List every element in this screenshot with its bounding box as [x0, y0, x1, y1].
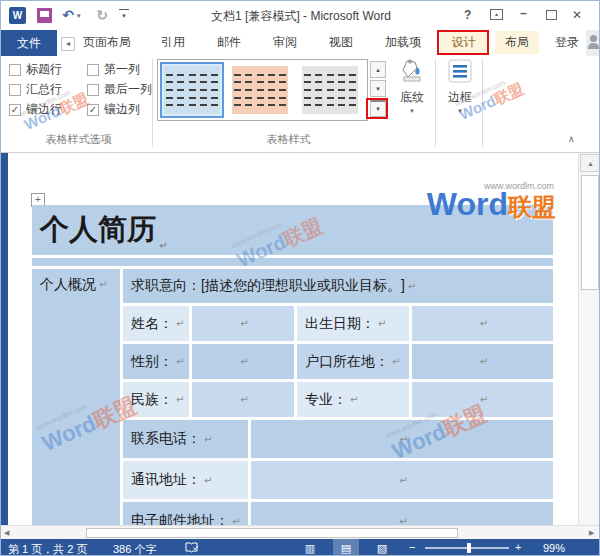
borders-label: 边框	[448, 89, 472, 106]
vertical-scroll-thumb[interactable]	[581, 175, 599, 290]
gender-label-cell[interactable]: 性别：↵	[123, 344, 189, 379]
end-of-cell-mark: ↵	[159, 240, 167, 251]
end-of-cell-mark: ↵	[176, 318, 184, 329]
scroll-left-button[interactable]: ◀	[4, 529, 9, 537]
proofing-status-icon[interactable]	[185, 541, 199, 556]
web-layout-view-button[interactable]: ▧	[369, 539, 395, 556]
zoom-in-button[interactable]: +	[515, 541, 521, 553]
tab-review[interactable]: 审阅	[265, 31, 305, 54]
read-mode-view-button[interactable]: ▥	[297, 539, 323, 556]
checkbox-first-column[interactable]: 第一列	[87, 61, 140, 78]
checkbox-header-row[interactable]: 标题行	[9, 61, 62, 78]
major-value-cell[interactable]: ↵	[412, 382, 553, 417]
checkbox-last-column[interactable]: 最后一列	[87, 81, 152, 98]
checkbox-banded-rows[interactable]: ✓ 镶边行	[9, 101, 62, 118]
maximize-button[interactable]	[546, 10, 557, 20]
gallery-scroll-up-button[interactable]: ▴	[370, 61, 386, 78]
resume-title: 个人简历	[40, 210, 156, 250]
tab-file[interactable]: 文件	[1, 30, 57, 56]
help-button[interactable]: ?	[464, 8, 471, 22]
end-of-cell-mark: ↵	[392, 356, 400, 367]
tab-addins[interactable]: 加载项	[375, 31, 431, 54]
ethnicity-label-cell[interactable]: 民族：↵	[123, 382, 189, 417]
close-button[interactable]: ✕	[572, 8, 582, 22]
group-label-table-styles: 表格样式	[231, 132, 346, 147]
residence-label-cell[interactable]: 户口所在地：↵	[297, 344, 409, 379]
email-label-cell[interactable]: 电子邮件地址：↵	[123, 502, 248, 525]
checkbox-icon	[9, 84, 21, 96]
gallery-more-button[interactable]: ▾	[370, 100, 386, 117]
scroll-up-button[interactable]: ▲	[580, 154, 600, 172]
account-avatar[interactable]	[586, 30, 600, 56]
arrow-down-icon: ▾	[376, 85, 380, 93]
tab-view[interactable]: 视图	[321, 31, 361, 54]
undo-button[interactable]: ↶	[59, 6, 77, 24]
redo-button[interactable]: ↻	[93, 6, 111, 24]
zoom-slider-thumb[interactable]	[467, 543, 471, 553]
phone-value-cell[interactable]: ↵	[251, 420, 553, 458]
customize-qat-button[interactable]: ▾	[119, 9, 129, 21]
word-window: W ↶ ▾ ↻ ▾ 文档1 [兼容模式] - Microsoft Word ? …	[0, 0, 600, 556]
tab-mailings[interactable]: 邮件	[209, 31, 249, 54]
end-of-cell-mark: ↵	[232, 516, 240, 526]
major-label-cell[interactable]: 专业：↵	[297, 382, 409, 417]
field-label: 联系电话：	[131, 430, 201, 448]
name-label-cell[interactable]: 姓名：↵	[123, 306, 189, 341]
phone-label-cell[interactable]: 联系电话：↵	[123, 420, 248, 458]
group-separator	[435, 59, 436, 147]
document-page[interactable]: www.wordlm.com Word联盟 + 个人简历 ↵ 个人概况 ↵ 求职…	[8, 153, 578, 525]
zoom-out-button[interactable]: −	[409, 541, 415, 553]
logo-lm: 联盟	[508, 193, 556, 220]
name-value-cell[interactable]: ↵	[192, 306, 294, 341]
ethnicity-value-cell[interactable]: ↵	[192, 382, 294, 417]
save-button[interactable]	[37, 8, 52, 23]
end-of-cell-mark: ↵	[176, 356, 184, 367]
collapse-ribbon-button[interactable]: ∧	[568, 134, 575, 144]
tab-page-layout[interactable]: 页面布局	[77, 31, 137, 54]
shading-button[interactable]: 底纹 ▾	[391, 58, 433, 126]
address-value-cell[interactable]: ↵	[251, 461, 553, 499]
word-app-icon: W	[9, 7, 26, 24]
spacer-row[interactable]	[32, 258, 553, 266]
zoom-percentage[interactable]: 99%	[543, 542, 565, 554]
horizontal-scrollbar[interactable]: ◀ ▶	[1, 525, 600, 539]
arrow-up-icon: ▴	[376, 66, 380, 74]
chevron-down-icon: ▾	[122, 12, 126, 20]
birthdate-label-cell[interactable]: 出生日期：↵	[297, 306, 409, 341]
word-count[interactable]: 386 个字	[113, 542, 156, 556]
tab-design-active[interactable]: 设计	[440, 31, 487, 54]
residence-value-cell[interactable]: ↵	[412, 344, 553, 379]
checkbox-label: 最后一列	[104, 81, 152, 98]
end-of-cell-mark: ↵	[480, 394, 488, 405]
sign-in-button[interactable]: 登录	[549, 31, 585, 54]
tab-scroll-left-button[interactable]: ◂	[61, 37, 75, 51]
undo-dropdown[interactable]: ▾	[77, 12, 81, 20]
address-label-cell[interactable]: 通讯地址：↵	[123, 461, 248, 499]
email-value-cell[interactable]: ↵	[251, 502, 553, 525]
table-style-thumbnail-blue-selected[interactable]	[160, 62, 224, 118]
page-indicator[interactable]: 第 1 页，共 2 页	[8, 542, 87, 556]
field-label: 电子邮件地址：	[131, 512, 229, 525]
minimize-button[interactable]: –	[520, 6, 527, 20]
ribbon-display-options-button[interactable]: ▴	[490, 9, 503, 20]
table-style-thumbnail-gray[interactable]	[302, 66, 358, 114]
objective-cell[interactable]: 求职意向：[描述您的理想职业或职业目标。] ↵	[123, 269, 553, 303]
horizontal-scroll-thumb[interactable]	[86, 528, 458, 538]
birthdate-value-cell[interactable]: ↵	[412, 306, 553, 341]
table-style-thumbnail-orange[interactable]	[232, 66, 288, 114]
tab-layout[interactable]: 布局	[495, 31, 539, 54]
print-layout-view-button[interactable]: ▤	[333, 539, 359, 556]
shading-label: 底纹	[400, 89, 424, 106]
vertical-scrollbar[interactable]: ▲	[578, 153, 600, 525]
gender-value-cell[interactable]: ↵	[192, 344, 294, 379]
ribbon: 标题行 汇总行 ✓ 镶边行 第一列 最后一列 ✓ 镶边列 表格样式选项	[1, 56, 600, 153]
overview-section-cell[interactable]: 个人概况 ↵	[32, 269, 120, 525]
scroll-right-button[interactable]: ▶	[589, 529, 594, 537]
checkbox-banded-columns[interactable]: ✓ 镶边列	[87, 101, 140, 118]
checkbox-total-row[interactable]: 汇总行	[9, 81, 62, 98]
checkbox-label: 镶边行	[26, 101, 62, 118]
borders-button[interactable]: 边框 ▾	[439, 58, 481, 126]
window-title: 文档1 [兼容模式] - Microsoft Word	[151, 8, 451, 25]
gallery-scroll-down-button[interactable]: ▾	[370, 80, 386, 97]
tab-references[interactable]: 引用	[153, 31, 193, 54]
